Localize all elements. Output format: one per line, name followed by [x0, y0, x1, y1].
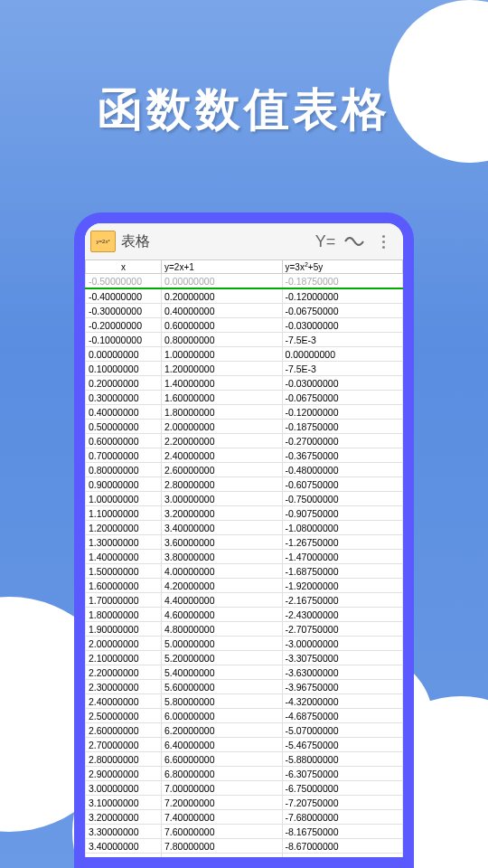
table-row[interactable]: 2.900000006.80000000-6.30750000 — [86, 767, 403, 781]
table-row[interactable]: 1.300000003.60000000-1.26750000 — [86, 535, 403, 550]
table-cell: 3.10000000 — [86, 796, 162, 810]
table-row[interactable]: 1.100000003.20000000-0.90750000 — [86, 506, 403, 521]
table-cell: -1.08000000 — [282, 521, 403, 535]
table-row[interactable]: 2.500000006.00000000-4.68750000 — [86, 709, 403, 723]
table-row[interactable]: -0.100000000.80000000-7.5E-3 — [86, 333, 403, 347]
table-cell: -1.26750000 — [282, 535, 403, 550]
table-cell: 0.00000000 — [282, 347, 403, 362]
table-cell: -6.30750000 — [282, 767, 403, 781]
table-cell: -0.40000000 — [86, 288, 162, 304]
table-cell: -1.92000000 — [282, 579, 403, 593]
table-cell: 0.40000000 — [86, 405, 162, 420]
table-row[interactable]: 1.500000004.00000000-1.68750000 — [86, 564, 403, 579]
y-equals-button[interactable]: Y= — [311, 227, 340, 256]
overflow-menu-button[interactable] — [369, 227, 398, 256]
table-row[interactable]: 0.600000002.20000000-0.27000000 — [86, 434, 403, 448]
table-cell: -0.75000000 — [282, 492, 403, 506]
table-row[interactable]: 1.700000004.40000000-2.16750000 — [86, 593, 403, 608]
table-cell: 2.80000000 — [162, 477, 283, 492]
table-cell: 0.30000000 — [86, 391, 162, 405]
table-row[interactable]: 2.000000005.00000000-3.00000000 — [86, 637, 403, 651]
table-row[interactable]: 1.400000003.80000000-1.47000000 — [86, 550, 403, 564]
table-row[interactable]: 3.300000007.60000000-8.16750000 — [86, 825, 403, 839]
table-row[interactable]: 3.400000007.80000000-8.67000000 — [86, 839, 403, 854]
table-row[interactable]: 3.100000007.20000000-7.20750000 — [86, 796, 403, 810]
table-cell: 3.20000000 — [86, 810, 162, 825]
table-row[interactable]: 1.000000003.00000000-0.75000000 — [86, 492, 403, 506]
table-row[interactable]: 0.000000001.000000000.00000000 — [86, 347, 403, 362]
table-cell: 0.00000000 — [86, 347, 162, 362]
table-row[interactable]: 2.400000005.80000000-4.32000000 — [86, 694, 403, 709]
table-cell: -3.96750000 — [282, 680, 403, 694]
table-row[interactable]: 2.800000006.60000000-5.88000000 — [86, 752, 403, 767]
table-row[interactable]: 1.900000004.80000000-2.70750000 — [86, 622, 403, 637]
column-header-x[interactable]: x — [86, 260, 162, 274]
table-row[interactable]: -0.500000000.00000000-0.18750000 — [86, 274, 403, 289]
table-cell: 7.80000000 — [162, 839, 283, 854]
table-cell: 3.40000000 — [86, 839, 162, 854]
table-row[interactable]: 3.500000008.00000000-9.18750000 — [86, 854, 403, 857]
table-row[interactable]: -0.300000000.40000000-0.06750000 — [86, 304, 403, 318]
table-cell: 3.00000000 — [162, 492, 283, 506]
table-cell: 2.00000000 — [86, 637, 162, 651]
table-cell: 0.70000000 — [86, 448, 162, 463]
table-cell: 7.00000000 — [162, 781, 283, 796]
table-cell: 1.60000000 — [86, 579, 162, 593]
table-cell: -0.18750000 — [282, 420, 403, 434]
table-cell: -4.68750000 — [282, 709, 403, 723]
table-row[interactable]: 3.200000007.40000000-7.68000000 — [86, 810, 403, 825]
table-cell: 5.40000000 — [162, 665, 283, 680]
table-cell: -5.07000000 — [282, 723, 403, 738]
table-row[interactable]: -0.200000000.60000000-0.03000000 — [86, 318, 403, 333]
wave-icon[interactable] — [340, 227, 369, 256]
table-row[interactable]: 3.000000007.00000000-6.75000000 — [86, 781, 403, 796]
table-cell: 0.60000000 — [86, 434, 162, 448]
table-row[interactable]: 2.600000006.20000000-5.07000000 — [86, 723, 403, 738]
phone-frame: y=2x² 表格 Y= x y=2x+1 y=3x2+5y -0.5000000… — [74, 212, 414, 868]
table-cell: 2.60000000 — [162, 463, 283, 477]
table-cell: 1.80000000 — [162, 405, 283, 420]
table-container[interactable]: x y=2x+1 y=3x2+5y -0.500000000.00000000-… — [85, 259, 403, 857]
table-cell: -0.12000000 — [282, 405, 403, 420]
column-header-y2[interactable]: y=3x2+5y — [282, 260, 403, 274]
table-cell: 5.80000000 — [162, 694, 283, 709]
table-cell: -0.10000000 — [86, 333, 162, 347]
table-cell: 5.00000000 — [162, 637, 283, 651]
table-cell: 4.00000000 — [162, 564, 283, 579]
table-row[interactable]: -0.400000000.20000000-0.12000000 — [86, 288, 403, 304]
table-row[interactable]: 0.500000002.00000000-0.18750000 — [86, 420, 403, 434]
table-cell: 1.40000000 — [86, 550, 162, 564]
table-row[interactable]: 0.400000001.80000000-0.12000000 — [86, 405, 403, 420]
table-row[interactable]: 0.700000002.40000000-0.36750000 — [86, 448, 403, 463]
table-cell: 0.60000000 — [162, 318, 283, 333]
table-cell: -1.47000000 — [282, 550, 403, 564]
table-cell: 2.10000000 — [86, 651, 162, 665]
table-cell: -2.70750000 — [282, 622, 403, 637]
table-row[interactable]: 0.100000001.20000000-7.5E-3 — [86, 362, 403, 376]
table-row[interactable]: 1.200000003.40000000-1.08000000 — [86, 521, 403, 535]
toolbar: y=2x² 表格 Y= — [85, 223, 403, 259]
table-cell: 2.70000000 — [86, 738, 162, 752]
table-cell: -0.03000000 — [282, 318, 403, 333]
table-row[interactable]: 0.800000002.60000000-0.48000000 — [86, 463, 403, 477]
table-row[interactable]: 1.600000004.20000000-1.92000000 — [86, 579, 403, 593]
table-row[interactable]: 2.300000005.60000000-3.96750000 — [86, 680, 403, 694]
table-row[interactable]: 0.900000002.80000000-0.60750000 — [86, 477, 403, 492]
table-row[interactable]: 2.200000005.40000000-3.63000000 — [86, 665, 403, 680]
table-cell: 3.40000000 — [162, 521, 283, 535]
column-header-y1[interactable]: y=2x+1 — [162, 260, 283, 274]
table-row[interactable]: 2.100000005.20000000-3.30750000 — [86, 651, 403, 665]
table-cell: 1.60000000 — [162, 391, 283, 405]
table-row[interactable]: 0.200000001.40000000-0.03000000 — [86, 376, 403, 391]
app-icon[interactable]: y=2x² — [90, 231, 116, 252]
table-cell: -9.18750000 — [282, 854, 403, 857]
table-row[interactable]: 2.700000006.40000000-5.46750000 — [86, 738, 403, 752]
table-cell: -0.03000000 — [282, 376, 403, 391]
table-cell: 1.80000000 — [86, 608, 162, 622]
table-cell: 1.20000000 — [86, 521, 162, 535]
table-row[interactable]: 0.300000001.60000000-0.06750000 — [86, 391, 403, 405]
table-cell: 1.10000000 — [86, 506, 162, 521]
table-cell: -0.60750000 — [282, 477, 403, 492]
table-cell: 4.80000000 — [162, 622, 283, 637]
table-row[interactable]: 1.800000004.60000000-2.43000000 — [86, 608, 403, 622]
